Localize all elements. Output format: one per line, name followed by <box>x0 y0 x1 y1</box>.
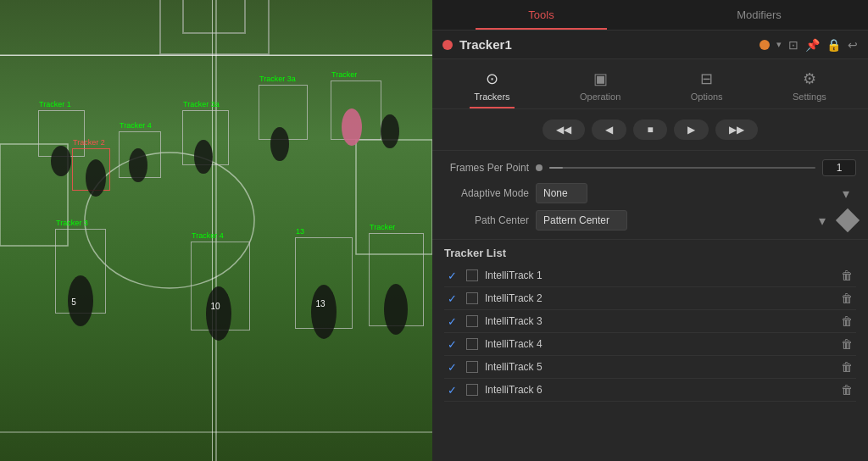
tracker-box-4: Tracker <box>331 81 381 140</box>
playback-controls: ◀◀ ◀ ■ ▶ ▶▶ <box>432 109 868 151</box>
tab-modifiers[interactable]: Modifiers <box>650 0 868 30</box>
item-name-3: IntelliTrack 3 <box>485 315 834 327</box>
play-all-button[interactable]: ▶▶ <box>715 119 758 140</box>
tracker-list-item-6: ✓ IntelliTrack 6 🗑 <box>444 379 856 402</box>
tracker-status-dot <box>442 40 453 50</box>
trash-icon-5[interactable]: 🗑 <box>841 360 853 374</box>
checkbox-6[interactable] <box>466 384 478 396</box>
check-3[interactable]: ✓ <box>448 315 459 328</box>
tracker-label-8: Tracker <box>370 223 395 231</box>
tab-options-label: Options <box>691 92 723 102</box>
item-name-1: IntelliTrack 1 <box>485 269 834 281</box>
trash-icon-1[interactable]: 🗑 <box>841 269 853 282</box>
tracker-box-5: Tracker 3 <box>55 229 106 314</box>
tracker-label-1: Tracker 1 <box>39 100 71 108</box>
settings-area: Frames Per Point 1 Adaptive Mode None Lo… <box>432 151 868 240</box>
tracker-label-2: Tracker 4 <box>120 121 152 130</box>
sub-tabs: ⊙ Trackers ▣ Operation ⊟ Options ⚙ Setti… <box>432 59 868 109</box>
tracker-header: Tracker1 ▾ ⊡ 📌 🔒 ↩ <box>432 31 868 59</box>
header-icons: ⊡ 📌 🔒 ↩ <box>788 38 858 52</box>
slider-fill <box>549 167 563 169</box>
tracker-label-7: 13 <box>296 227 304 236</box>
tracker-list-item-4: ✓ IntelliTrack 4 🗑 <box>444 333 856 356</box>
video-panel: Tracker 1 Tracker 2 Tracker 4 Tracker 3a… <box>0 0 432 461</box>
item-name-6: IntelliTrack 6 <box>485 384 834 396</box>
settings-icon: ⚙ <box>803 69 816 88</box>
tracker-box-7: 13 <box>295 237 353 329</box>
right-panel: Tools Modifiers Tracker1 ▾ ⊡ 📌 🔒 ↩ ⊙ Tra… <box>432 0 868 461</box>
frames-per-point-row: Frames Per Point 1 <box>444 159 856 176</box>
pin-icon[interactable]: 📌 <box>805 38 820 52</box>
check-6[interactable]: ✓ <box>448 384 459 397</box>
tab-tools[interactable]: Tools <box>432 0 650 30</box>
adaptive-mode-select-wrapper: None Low Medium High <box>536 183 856 203</box>
rewind-button[interactable]: ◀ <box>592 119 626 140</box>
play-button[interactable]: ▶ <box>674 119 709 140</box>
adaptive-mode-row: Adaptive Mode None Low Medium High <box>444 183 856 203</box>
tracker-label-red: Tracker 2 <box>73 138 105 147</box>
path-center-select[interactable]: Pattern Center Weighted Center Gravity C… <box>536 210 627 230</box>
checkbox-5[interactable] <box>466 361 478 373</box>
item-name-5: IntelliTrack 5 <box>485 361 834 373</box>
undo-icon[interactable]: ↩ <box>848 38 858 52</box>
tracker-box-red: Tracker 2 <box>72 148 110 191</box>
item-name-2: IntelliTrack 2 <box>485 292 834 304</box>
tracker-label-4: Tracker <box>331 70 357 79</box>
tracker-box-3b: Tracker 3a <box>259 85 308 140</box>
path-center-row: Path Center Pattern Center Weighted Cent… <box>444 210 856 230</box>
diamond-button[interactable] <box>836 208 860 232</box>
tracker-label-5: Tracker 3 <box>56 219 88 227</box>
frames-per-point-input[interactable]: 1 <box>822 159 856 176</box>
tab-settings[interactable]: ⚙ Settings <box>782 66 837 108</box>
tracker-list-item-2: ✓ IntelliTrack 2 🗑 <box>444 287 856 310</box>
trash-icon-4[interactable]: 🗑 <box>841 337 853 351</box>
checkbox-3[interactable] <box>466 315 478 327</box>
tracker-chevron-icon[interactable]: ▾ <box>776 39 782 50</box>
adaptive-mode-select[interactable]: None Low Medium High <box>536 183 587 203</box>
tracker-list-item-3: ✓ IntelliTrack 3 🗑 <box>444 310 856 333</box>
slider-track[interactable] <box>549 167 815 169</box>
tab-trackers[interactable]: ⊙ Trackers <box>464 66 520 108</box>
frames-slider-container <box>536 164 815 171</box>
tab-trackers-label: Trackers <box>474 92 509 102</box>
tracker-box-3: Tracker 3a <box>182 110 229 165</box>
frames-per-point-label: Frames Per Point <box>444 162 529 174</box>
check-1[interactable]: ✓ <box>448 269 459 282</box>
options-icon: ⊟ <box>700 69 713 88</box>
checkbox-4[interactable] <box>466 338 478 350</box>
field-line <box>0 55 432 56</box>
tracker-orange-dot <box>760 40 770 50</box>
tab-options[interactable]: ⊟ Options <box>681 66 733 108</box>
checkbox-1[interactable] <box>466 269 478 281</box>
tracker-label-3b: Tracker 3a <box>259 75 296 83</box>
slider-dot <box>536 164 542 171</box>
tracker-box-6: Tracker 4 <box>191 242 250 330</box>
stop-button[interactable]: ■ <box>633 119 666 140</box>
trash-icon-3[interactable]: 🗑 <box>841 314 853 328</box>
adaptive-mode-label: Adaptive Mode <box>444 187 529 199</box>
path-center-select-wrapper: Pattern Center Weighted Center Gravity C… <box>536 210 832 230</box>
trash-icon-2[interactable]: 🗑 <box>841 292 853 305</box>
checkbox-2[interactable] <box>466 292 478 304</box>
check-2[interactable]: ✓ <box>448 292 459 305</box>
tab-operation[interactable]: ▣ Operation <box>570 66 631 108</box>
trackers-icon: ⊙ <box>486 69 498 88</box>
tab-operation-label: Operation <box>580 92 620 102</box>
check-4[interactable]: ✓ <box>448 338 459 351</box>
tracker-list-section: Tracker List ✓ IntelliTrack 1 🗑 ✓ Intell… <box>432 240 868 461</box>
window-icon[interactable]: ⊡ <box>788 38 798 52</box>
tracker-list-item-5: ✓ IntelliTrack 5 🗑 <box>444 356 856 379</box>
top-tabs: Tools Modifiers <box>432 0 868 31</box>
rewind-all-button[interactable]: ◀◀ <box>542 119 585 140</box>
tracker-list-title: Tracker List <box>444 247 856 259</box>
tracker-box-8: Tracker <box>369 233 424 326</box>
goal-box <box>182 0 246 34</box>
field-line <box>212 0 213 461</box>
lock-icon[interactable]: 🔒 <box>826 38 841 52</box>
trash-icon-6[interactable]: 🗑 <box>841 383 853 397</box>
tracker-label-3: Tracker 3a <box>183 100 220 108</box>
check-5[interactable]: ✓ <box>448 361 459 374</box>
path-center-label: Path Center <box>444 214 529 226</box>
tracker-name-label: Tracker1 <box>459 37 753 52</box>
tab-settings-label: Settings <box>793 92 826 102</box>
